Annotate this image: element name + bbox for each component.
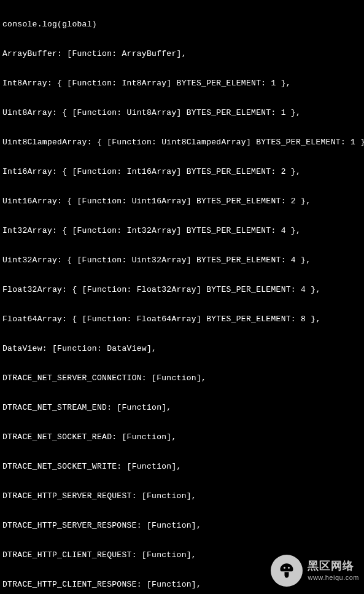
terminal-output: console.log(global) ArrayBuffer: [Functi…: [0, 0, 364, 594]
terminal-line: Uint32Array: { [Function: Uint32Array] B…: [2, 256, 362, 265]
terminal-line: DTRACE_NET_SERVER_CONNECTION: [Function]…: [2, 373, 362, 383]
terminal-line: DTRACE_NET_STREAM_END: [Function],: [2, 403, 362, 413]
terminal-line: DTRACE_NET_SOCKET_READ: [Function],: [2, 432, 362, 442]
terminal-line: Int16Array: { [Function: Int16Array] BYT…: [2, 167, 362, 177]
terminal-line: Uint8Array: { [Function: Uint8Array] BYT…: [2, 108, 362, 118]
terminal-line: Uint8ClampedArray: { [Function: Uint8Cla…: [2, 138, 362, 147]
watermark-title: 黑区网络: [308, 559, 359, 573]
terminal-line: Int32Array: { [Function: Int32Array] BYT…: [2, 226, 362, 236]
mushroom-icon: [271, 555, 303, 587]
watermark-text: 黑区网络 www.heiqu.com: [308, 559, 359, 582]
terminal-line: Float32Array: { [Function: Float32Array]…: [2, 285, 362, 295]
terminal-line: ArrayBuffer: [Function: ArrayBuffer],: [2, 49, 362, 59]
terminal-line: Uint16Array: { [Function: Uint16Array] B…: [2, 197, 362, 206]
terminal-line: DataView: [Function: DataView],: [2, 344, 362, 354]
watermark-url: www.heiqu.com: [308, 573, 359, 582]
terminal-line: Int8Array: { [Function: Int8Array] BYTES…: [2, 79, 362, 88]
terminal-line: DTRACE_HTTP_SERVER_RESPONSE: [Function],: [2, 521, 362, 531]
terminal-line: Float64Array: { [Function: Float64Array]…: [2, 315, 362, 324]
terminal-line: DTRACE_NET_SOCKET_WRITE: [Function],: [2, 462, 362, 472]
terminal-line: DTRACE_HTTP_SERVER_REQUEST: [Function],: [2, 491, 362, 501]
svg-point-1: [288, 567, 290, 569]
terminal-line: console.log(global): [2, 20, 362, 29]
watermark: 黑区网络 www.heiqu.com: [271, 555, 359, 587]
svg-point-0: [284, 567, 285, 569]
